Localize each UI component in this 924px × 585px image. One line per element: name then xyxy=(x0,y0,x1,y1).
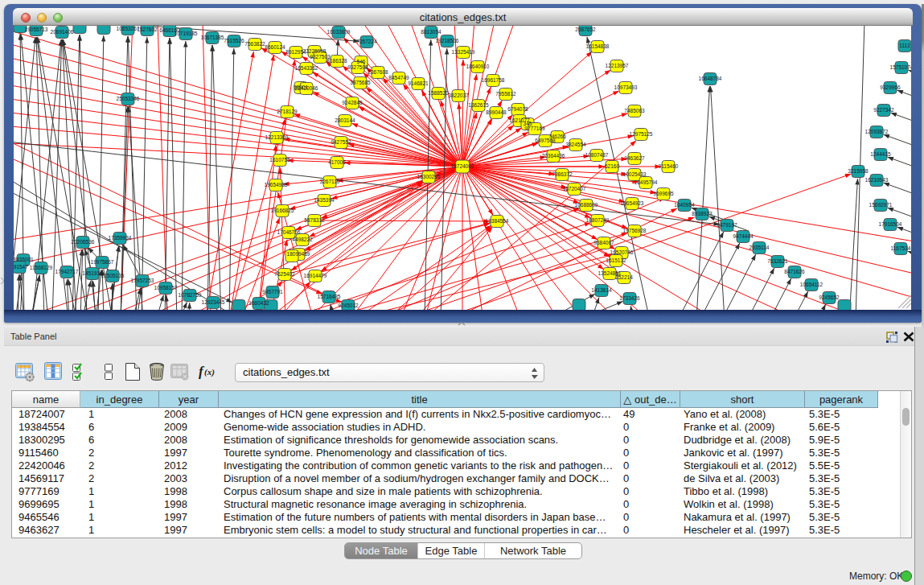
svg-text:15751074: 15751074 xyxy=(890,64,911,70)
svg-text:7357224: 7357224 xyxy=(356,39,377,44)
svg-text:16543362: 16543362 xyxy=(295,65,318,71)
svg-text:7955812: 7955812 xyxy=(495,91,516,97)
svg-text:62160: 62160 xyxy=(605,163,619,169)
svg-text:9327508: 9327508 xyxy=(347,64,368,70)
svg-text:7563822: 7563822 xyxy=(244,41,265,47)
svg-text:1112: 1112 xyxy=(899,43,910,48)
svg-text:3822037: 3822037 xyxy=(448,93,469,98)
svg-text:16914479: 16914479 xyxy=(304,273,327,278)
svg-text:20364436: 20364436 xyxy=(542,153,565,159)
svg-text:3267110: 3267110 xyxy=(320,179,340,184)
svg-text:8471626: 8471626 xyxy=(784,269,805,274)
svg-text:18807249: 18807249 xyxy=(586,217,610,223)
svg-text:16210643: 16210643 xyxy=(865,177,889,183)
svg-text:10688609: 10688609 xyxy=(575,202,598,208)
svg-text:8938923: 8938923 xyxy=(692,211,713,216)
svg-text:9384067: 9384067 xyxy=(593,240,614,245)
svg-text:1435394: 1435394 xyxy=(314,197,335,203)
svg-text:18724007: 18724007 xyxy=(451,163,474,169)
svg-text:9777169: 9777169 xyxy=(524,126,545,131)
svg-text:1588520: 1588520 xyxy=(428,90,449,96)
svg-text:16033809: 16033809 xyxy=(327,29,351,35)
svg-text:15716485: 15716485 xyxy=(318,294,341,299)
svg-text:19654923: 19654923 xyxy=(621,200,644,206)
svg-text:19218506: 19218506 xyxy=(436,38,459,43)
svg-text:417006: 417006 xyxy=(328,159,346,165)
svg-text:9427552: 9427552 xyxy=(331,139,351,145)
svg-text:9329966: 9329966 xyxy=(880,84,901,90)
svg-text:16520746: 16520746 xyxy=(610,249,634,255)
svg-text:(x): (x) xyxy=(204,367,215,377)
svg-text:9245012: 9245012 xyxy=(338,303,359,308)
svg-text:1733426: 1733426 xyxy=(619,295,640,301)
svg-text:7485063: 7485063 xyxy=(624,108,645,113)
svg-text:15720407: 15720407 xyxy=(563,186,586,192)
svg-text:2803144: 2803144 xyxy=(335,117,355,123)
svg-text:9463627: 9463627 xyxy=(624,155,645,161)
svg-text:12505135: 12505135 xyxy=(101,273,125,278)
svg-text:7515526: 7515526 xyxy=(224,38,244,43)
svg-text:12213957: 12213957 xyxy=(606,63,629,68)
svg-text:17046766: 17046766 xyxy=(277,229,301,235)
svg-text:16961758: 16961758 xyxy=(482,77,505,83)
svg-text:12975125: 12975125 xyxy=(630,131,653,137)
svg-text:10807487: 10807487 xyxy=(585,152,609,158)
svg-text:10654112: 10654112 xyxy=(800,282,823,287)
svg-text:546: 546 xyxy=(357,59,366,64)
svg-text:1167534: 1167534 xyxy=(891,245,911,251)
svg-text:9146821: 9146821 xyxy=(408,80,429,86)
svg-text:9457791: 9457791 xyxy=(262,289,283,295)
svg-text:9227342: 9227342 xyxy=(873,107,894,113)
svg-text:10671385: 10671385 xyxy=(201,35,224,40)
svg-text:2718129: 2718129 xyxy=(277,109,298,114)
svg-text:16648784: 16648784 xyxy=(699,76,722,81)
svg-text:17957253: 17957253 xyxy=(131,278,154,283)
svg-text:19384554: 19384554 xyxy=(486,218,509,224)
svg-text:10025433: 10025433 xyxy=(623,171,647,177)
svg-text:11568129: 11568129 xyxy=(30,265,53,270)
svg-text:2935114: 2935114 xyxy=(749,245,770,250)
svg-text:16495794: 16495794 xyxy=(634,179,658,185)
svg-text:18640910: 18640910 xyxy=(466,64,490,69)
svg-text:10782759: 10782759 xyxy=(179,292,202,298)
svg-text:8990448: 8990448 xyxy=(486,109,507,115)
svg-text:3875685: 3875685 xyxy=(350,80,371,85)
svg-text:20206536: 20206536 xyxy=(72,239,95,245)
svg-text:19654988: 19654988 xyxy=(265,182,288,187)
svg-text:25053346: 25053346 xyxy=(117,96,140,101)
svg-text:1362615: 1362615 xyxy=(468,102,489,108)
svg-text:6479197: 6479197 xyxy=(717,222,737,228)
svg-text:7986372: 7986372 xyxy=(552,171,573,177)
svg-text:8813054: 8813054 xyxy=(421,29,441,35)
svg-text:16154838: 16154838 xyxy=(586,43,610,49)
svg-text:1610755: 1610755 xyxy=(269,157,290,163)
svg-text:17942717: 17942717 xyxy=(55,269,79,274)
svg-text:10719185: 10719185 xyxy=(175,31,198,36)
svg-text:23226058: 23226058 xyxy=(303,48,326,54)
svg-text:5878312: 5878312 xyxy=(304,217,325,223)
svg-text:9245652: 9245652 xyxy=(819,295,840,300)
svg-text:22420046: 22420046 xyxy=(295,85,318,91)
svg-text:19756928: 19756928 xyxy=(623,228,647,233)
svg-text:17359934: 17359934 xyxy=(109,235,132,241)
svg-text:4498222: 4498222 xyxy=(292,237,313,242)
svg-text:13325419: 13325419 xyxy=(452,49,475,55)
svg-text:18300295: 18300295 xyxy=(417,174,441,179)
svg-text:18099489: 18099489 xyxy=(287,251,310,257)
svg-text:3215958: 3215958 xyxy=(848,168,869,174)
svg-text:9242848: 9242848 xyxy=(342,100,363,105)
svg-text:2687652: 2687652 xyxy=(575,27,596,32)
svg-text:19975867: 19975867 xyxy=(91,259,114,265)
svg-text:1451914: 1451914 xyxy=(82,270,103,276)
svg-text:8835001: 8835001 xyxy=(14,257,34,262)
svg-text:9474444: 9474444 xyxy=(733,233,754,239)
svg-text:12093872: 12093872 xyxy=(865,129,889,134)
svg-text:8660124: 8660124 xyxy=(265,44,285,50)
svg-text:1660432: 1660432 xyxy=(248,300,269,306)
svg-text:252214: 252214 xyxy=(615,274,633,280)
svg-text:2367608: 2367608 xyxy=(368,69,388,75)
svg-text:8454749: 8454749 xyxy=(388,75,409,80)
svg-text:10973493: 10973493 xyxy=(614,84,638,90)
svg-text:15692971: 15692971 xyxy=(869,202,893,208)
svg-text:9115460: 9115460 xyxy=(659,163,679,169)
